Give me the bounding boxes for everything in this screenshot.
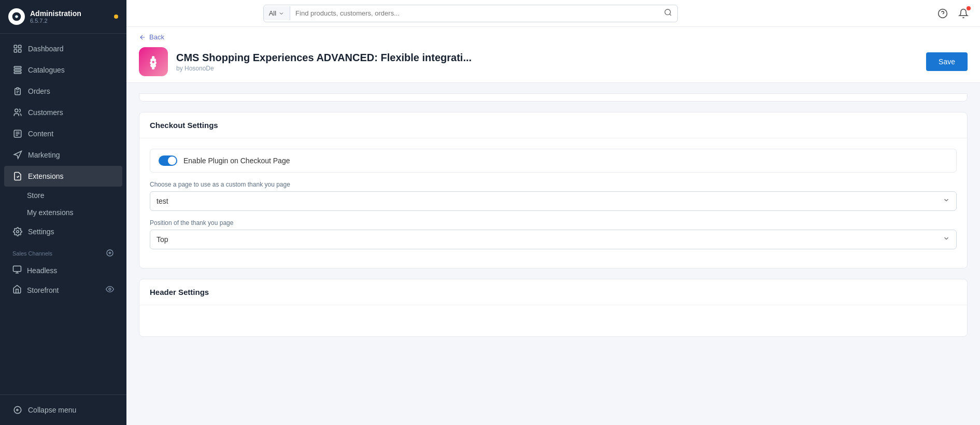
sidebar-item-orders[interactable]: Orders bbox=[4, 81, 122, 102]
sidebar-item-marketing-label: Marketing bbox=[28, 151, 60, 159]
status-dot bbox=[114, 15, 118, 19]
sidebar-item-extensions[interactable]: Extensions bbox=[4, 166, 122, 187]
dashboard-icon bbox=[12, 44, 23, 54]
thank-you-page-group: Choose a page to use as a custom thank y… bbox=[150, 181, 957, 211]
storefront-icon bbox=[12, 285, 22, 295]
search-input-wrapper bbox=[290, 9, 659, 17]
orders-icon bbox=[12, 86, 23, 96]
sidebar-item-headless[interactable]: Headless bbox=[4, 261, 122, 280]
sidebar-item-catalogues-label: Catalogues bbox=[28, 66, 65, 74]
svg-rect-14 bbox=[13, 266, 21, 272]
sidebar-item-content[interactable]: Content bbox=[4, 123, 122, 144]
enable-plugin-label: Enable Plugin on Checkout Page bbox=[183, 157, 290, 165]
sidebar-item-settings[interactable]: Settings bbox=[4, 221, 122, 242]
collapse-icon bbox=[12, 405, 23, 415]
app-version: 6.5.7.2 bbox=[30, 18, 81, 24]
sidebar-item-content-label: Content bbox=[28, 130, 53, 138]
sidebar-item-my-extensions-label: My extensions bbox=[27, 208, 73, 217]
svg-rect-4 bbox=[14, 50, 17, 52]
search-icon bbox=[664, 8, 672, 17]
main-nav: Dashboard Catalogues Orders bbox=[0, 34, 126, 394]
sidebar-item-store-label: Store bbox=[27, 191, 44, 200]
previous-settings-card bbox=[139, 93, 968, 102]
toggle-thumb bbox=[168, 157, 176, 165]
extensions-icon bbox=[12, 171, 23, 181]
sidebar-item-my-extensions[interactable]: My extensions bbox=[4, 204, 122, 221]
sidebar-header: Administration 6.5.7.2 bbox=[0, 0, 126, 34]
search-filter-value: All bbox=[269, 9, 276, 17]
collapse-menu-button[interactable]: Collapse menu bbox=[4, 400, 122, 420]
svg-point-1 bbox=[16, 16, 18, 18]
sidebar-item-store[interactable]: Store bbox=[4, 187, 122, 204]
add-sales-channel-icon[interactable] bbox=[106, 249, 114, 258]
sidebar-item-dashboard-label: Dashboard bbox=[28, 45, 64, 53]
sidebar-item-marketing[interactable]: Marketing bbox=[4, 145, 122, 165]
filter-chevron-icon bbox=[278, 10, 285, 17]
svg-point-12 bbox=[17, 231, 19, 233]
svg-point-17 bbox=[665, 9, 671, 15]
app-logo bbox=[8, 8, 25, 25]
content-icon bbox=[12, 129, 23, 139]
sidebar-item-orders-label: Orders bbox=[28, 87, 50, 95]
collapse-menu-label: Collapse menu bbox=[28, 406, 76, 414]
checkout-settings-card: Checkout Settings Enable Plugin on Check… bbox=[139, 112, 968, 268]
settings-content: Checkout Settings Enable Plugin on Check… bbox=[126, 83, 980, 347]
sidebar-item-headless-label: Headless bbox=[27, 266, 57, 275]
marketing-icon bbox=[12, 150, 23, 160]
checkout-settings-title: Checkout Settings bbox=[139, 112, 967, 138]
notification-icon[interactable] bbox=[957, 7, 970, 20]
sidebar-footer: Collapse menu bbox=[0, 394, 126, 425]
settings-icon bbox=[12, 226, 23, 237]
sidebar-item-catalogues[interactable]: Catalogues bbox=[4, 60, 122, 80]
extension-author: by HosonoDe bbox=[176, 65, 918, 72]
position-select-wrapper: Top Bottom Middle bbox=[150, 230, 957, 249]
back-arrow-icon bbox=[139, 34, 146, 41]
save-button[interactable]: Save bbox=[926, 52, 968, 71]
back-label: Back bbox=[149, 33, 164, 41]
sidebar-item-customers-label: Customers bbox=[28, 108, 63, 117]
svg-rect-6 bbox=[14, 66, 21, 68]
storefront-visibility-icon[interactable] bbox=[106, 285, 114, 295]
sales-channels-label: Sales Channels bbox=[12, 250, 52, 257]
topbar-icons bbox=[936, 7, 970, 20]
headless-icon bbox=[12, 265, 22, 276]
sales-channels-section: Sales Channels bbox=[0, 243, 126, 260]
topbar: All bbox=[126, 0, 980, 27]
thank-you-page-select-wrapper: test home about bbox=[150, 191, 957, 211]
svg-rect-3 bbox=[19, 45, 21, 48]
catalogues-icon bbox=[12, 65, 23, 75]
main-content: All bbox=[126, 0, 980, 425]
thank-you-page-label: Choose a page to use as a custom thank y… bbox=[150, 181, 957, 188]
notification-badge bbox=[967, 6, 971, 10]
search-filter-dropdown[interactable]: All bbox=[264, 6, 290, 20]
svg-rect-8 bbox=[14, 72, 21, 74]
flower-icon bbox=[146, 54, 161, 69]
position-label: Position of the thank you page bbox=[150, 219, 957, 226]
sidebar-item-storefront-label: Storefront bbox=[27, 286, 59, 294]
help-icon[interactable] bbox=[936, 7, 949, 20]
position-select[interactable]: Top Bottom Middle bbox=[150, 230, 956, 249]
header-settings-body bbox=[139, 305, 967, 336]
sidebar-item-dashboard[interactable]: Dashboard bbox=[4, 38, 122, 59]
extension-title-row: CMS Shopping Experiences ADVANCED: Flexi… bbox=[139, 47, 968, 76]
svg-point-10 bbox=[15, 109, 18, 112]
thank-you-page-select[interactable]: test home about bbox=[150, 192, 956, 210]
sidebar: Administration 6.5.7.2 Dashboard bbox=[0, 0, 126, 425]
checkout-settings-body: Enable Plugin on Checkout Page Choose a … bbox=[139, 138, 967, 268]
extension-name: CMS Shopping Experiences ADVANCED: Flexi… bbox=[176, 52, 918, 64]
sidebar-item-storefront[interactable]: Storefront bbox=[4, 280, 122, 300]
enable-plugin-toggle[interactable] bbox=[159, 155, 177, 166]
extension-info: CMS Shopping Experiences ADVANCED: Flexi… bbox=[176, 52, 918, 72]
search-button[interactable] bbox=[659, 5, 677, 22]
search-input[interactable] bbox=[295, 9, 654, 17]
customers-icon bbox=[12, 107, 23, 118]
back-link[interactable]: Back bbox=[139, 33, 968, 41]
extension-header: Back CMS Shopping Experiences ADVANCED: … bbox=[126, 27, 980, 83]
page-content: Back CMS Shopping Experiences ADVANCED: … bbox=[126, 27, 980, 425]
svg-rect-2 bbox=[14, 45, 17, 48]
header-settings-card: Header Settings bbox=[139, 279, 968, 337]
sidebar-item-extensions-label: Extensions bbox=[28, 172, 63, 180]
app-name: Administration bbox=[30, 9, 81, 18]
sidebar-item-customers[interactable]: Customers bbox=[4, 102, 122, 123]
search-bar: All bbox=[263, 5, 678, 22]
